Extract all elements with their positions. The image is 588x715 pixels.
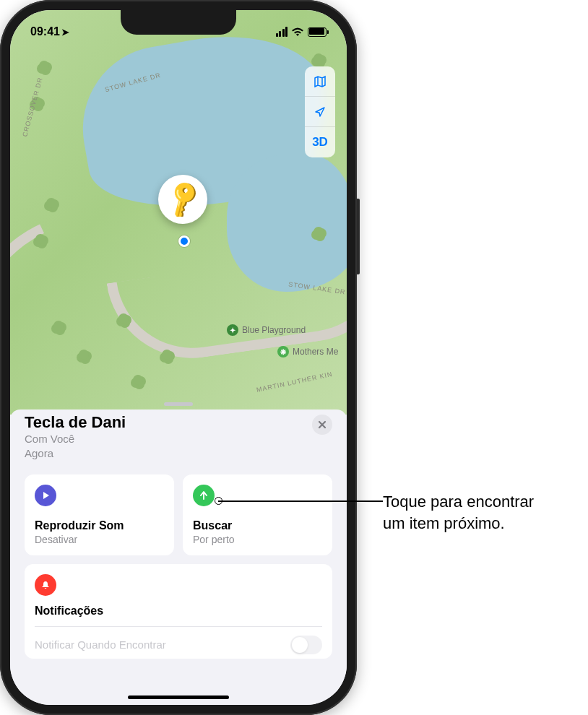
- card-title: Reproduzir Som: [35, 519, 164, 532]
- poi-blue-playground[interactable]: ✦ Blue Playground: [227, 324, 306, 336]
- road-label: CROSSOVER DR: [21, 77, 44, 138]
- park-icon: ❋: [277, 346, 289, 358]
- close-icon: [318, 420, 327, 429]
- map-tree: [79, 350, 89, 360]
- key-icon: 🔑: [160, 177, 206, 222]
- card-subtitle: Desativar: [35, 534, 164, 545]
- map-controls: 3D: [305, 66, 335, 157]
- map-tree: [39, 61, 49, 71]
- card-title: Buscar: [193, 519, 322, 532]
- map-mode-button[interactable]: [305, 66, 335, 97]
- poi-mothers-meadow[interactable]: ❋ Mothers Me: [277, 346, 338, 358]
- road-label: MARTIN LUTHER KIN: [256, 370, 333, 394]
- annotation-callout: Toque para encontrar um item próximo.: [383, 491, 534, 534]
- card-subtitle: Por perto: [193, 534, 322, 545]
- poi-label: Blue Playground: [242, 325, 306, 335]
- locate-me-button[interactable]: [305, 97, 335, 127]
- map[interactable]: CROSSOVER DR STOW LAKE DR STOW LAKE DR M…: [10, 10, 347, 415]
- map-tree: [46, 198, 56, 208]
- map-icon: [314, 75, 327, 88]
- map-tree: [133, 375, 143, 385]
- bottom-sheet: Tecla de Dani Com Você Agora Reproduzir …: [10, 410, 347, 705]
- location-icon: ➤: [61, 27, 69, 38]
- playground-icon: ✦: [227, 324, 238, 336]
- close-button[interactable]: [312, 415, 332, 435]
- phone-frame: 09:41 ➤: [0, 0, 357, 715]
- map-tree: [314, 53, 324, 64]
- cell-signal-icon: [276, 27, 288, 37]
- callout-pointer-line: [218, 500, 383, 502]
- card-title: Notificações: [35, 604, 322, 618]
- play-sound-card[interactable]: Reproduzir Som Desativar: [25, 474, 174, 555]
- home-indicator[interactable]: [128, 696, 229, 699]
- notify-toggle[interactable]: [290, 636, 322, 654]
- notch: [121, 10, 236, 35]
- callout-pointer-dot: [215, 497, 222, 505]
- notify-when-found-label: Notificar Quando Encontrar: [35, 638, 166, 651]
- status-time: 09:41: [30, 25, 60, 38]
- play-icon: [35, 485, 56, 506]
- sheet-grabber[interactable]: [164, 402, 193, 406]
- find-card[interactable]: Buscar Por perto: [183, 474, 332, 555]
- arrow-up-icon: [193, 485, 215, 506]
- item-status: Com Você: [25, 433, 74, 445]
- callout-text-line1: Toque para encontrar: [383, 493, 534, 511]
- screen: 09:41 ➤: [10, 10, 347, 705]
- map-tree: [35, 234, 46, 244]
- notifications-card[interactable]: Notificações Notificar Quando Encontrar: [25, 564, 332, 659]
- 3d-toggle-button[interactable]: 3D: [305, 127, 335, 157]
- item-last-seen: Agora: [25, 447, 53, 459]
- item-title: Tecla de Dani: [25, 413, 126, 432]
- map-tree: [314, 227, 324, 237]
- power-button: [357, 199, 360, 274]
- wifi-icon: [291, 27, 304, 37]
- battery-icon: [308, 27, 327, 37]
- map-tree: [53, 321, 64, 331]
- map-tree: [162, 350, 172, 360]
- user-location-dot: [178, 235, 190, 247]
- bell-icon: [35, 574, 56, 596]
- callout-text-line2: um item próximo.: [383, 514, 505, 532]
- map-tree: [118, 313, 129, 324]
- item-location-pin[interactable]: 🔑: [158, 175, 207, 224]
- location-arrow-icon: [314, 106, 326, 118]
- poi-label: Mothers Me: [293, 347, 338, 357]
